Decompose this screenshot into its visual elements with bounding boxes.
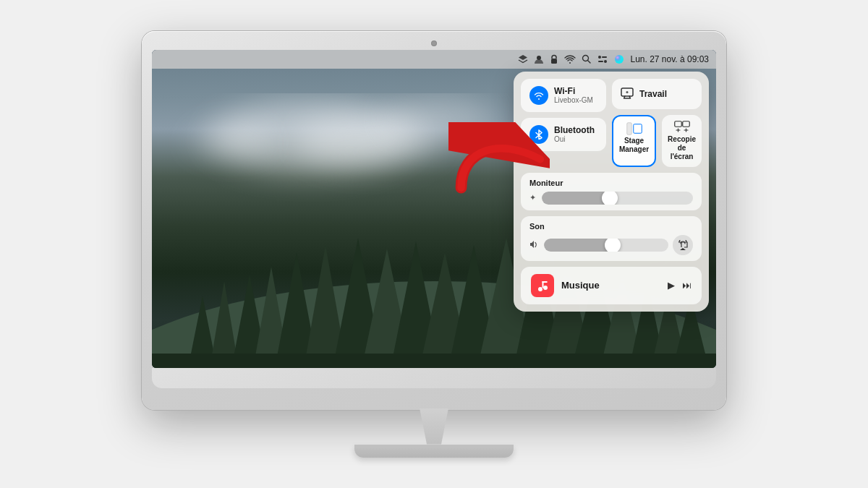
search-icon[interactable] bbox=[582, 54, 591, 64]
wifi-network: Livebox-GM bbox=[554, 96, 593, 104]
lock-icon[interactable] bbox=[550, 54, 558, 64]
music-tile[interactable]: Musique ▶ ⏭ bbox=[521, 267, 702, 304]
music-controls: ▶ ⏭ bbox=[668, 280, 692, 291]
sound-label: Son bbox=[529, 222, 693, 231]
travail-icon bbox=[621, 86, 634, 102]
controlcenter-icon[interactable] bbox=[597, 55, 608, 64]
svg-rect-25 bbox=[602, 56, 607, 58]
stage-recopie-grid: Stage Manager bbox=[612, 115, 702, 167]
svg-point-26 bbox=[604, 60, 607, 63]
menubar-time: Lun. 27 nov. à 09:03 bbox=[630, 54, 709, 64]
camera bbox=[432, 41, 436, 46]
cc-top-grid: Wi-Fi Livebox-GM bbox=[521, 79, 702, 167]
screen-mirror-label: Recopie de l'écran bbox=[668, 135, 696, 161]
screen-mirror-tile[interactable]: Recopie de l'écran bbox=[662, 115, 702, 167]
siri-icon[interactable] bbox=[614, 54, 624, 64]
brightness-low-icon: ✦ bbox=[529, 193, 536, 202]
bluetooth-icon bbox=[529, 125, 548, 144]
travail-tile[interactable]: Travail bbox=[612, 79, 702, 109]
wifi-menubar-icon[interactable] bbox=[564, 55, 576, 64]
svg-point-30 bbox=[626, 91, 628, 93]
imac-screen: Lun. 27 nov. à 09:03 bbox=[152, 50, 716, 368]
music-app-label: Musique bbox=[561, 280, 660, 291]
volume-low-icon bbox=[529, 240, 540, 250]
music-app-icon bbox=[531, 274, 554, 297]
bluetooth-tile[interactable]: Bluetooth Oui bbox=[521, 118, 606, 151]
bluetooth-label: Bluetooth bbox=[554, 125, 595, 135]
svg-rect-33 bbox=[674, 121, 681, 127]
svg-rect-38 bbox=[542, 281, 548, 283]
camera-area bbox=[152, 41, 716, 46]
svg-point-36 bbox=[543, 286, 548, 290]
svg-point-28 bbox=[615, 55, 624, 64]
menubar: Lun. 27 nov. à 09:03 bbox=[152, 50, 716, 69]
wifi-label: Wi-Fi bbox=[554, 86, 593, 96]
forward-button[interactable]: ⏭ bbox=[682, 280, 692, 291]
svg-rect-22 bbox=[551, 59, 557, 64]
control-center-panel: Wi-Fi Livebox-GM bbox=[514, 72, 709, 312]
menubar-right: Lun. 27 nov. à 09:03 bbox=[518, 54, 709, 64]
svg-point-24 bbox=[598, 56, 601, 59]
sound-section: Son bbox=[521, 216, 702, 261]
stage-manager-tile[interactable]: Stage Manager bbox=[612, 115, 656, 167]
bluetooth-info: Bluetooth Oui bbox=[554, 125, 595, 143]
svg-rect-34 bbox=[682, 121, 689, 127]
svg-rect-31 bbox=[626, 122, 631, 134]
wifi-tile-icon bbox=[529, 86, 548, 105]
stage-manager-label: Stage Manager bbox=[619, 137, 649, 154]
svg-rect-32 bbox=[633, 124, 642, 133]
airplay-button[interactable] bbox=[673, 235, 693, 255]
stage-manager-icon bbox=[626, 122, 642, 135]
screen-mirror-icon bbox=[674, 121, 690, 134]
cc-right-col: Travail Stage Manager bbox=[612, 79, 702, 167]
imac-computer: Lun. 27 nov. à 09:03 bbox=[142, 31, 726, 458]
bluetooth-status: Oui bbox=[554, 135, 595, 143]
imac-shell: Lun. 27 nov. à 09:03 bbox=[142, 31, 726, 410]
travail-label: Travail bbox=[639, 89, 667, 99]
cc-left-col: Wi-Fi Livebox-GM bbox=[521, 79, 606, 167]
play-button[interactable]: ▶ bbox=[668, 280, 675, 291]
imac-stand-base bbox=[354, 445, 514, 458]
monitor-label: Moniteur bbox=[529, 179, 693, 187]
svg-point-35 bbox=[538, 287, 542, 291]
imac-stand-neck bbox=[398, 408, 470, 445]
sound-slider[interactable] bbox=[544, 239, 668, 252]
monitor-section: Moniteur ✦ bbox=[521, 173, 702, 210]
user-icon[interactable] bbox=[534, 54, 544, 64]
wifi-tile[interactable]: Wi-Fi Livebox-GM bbox=[521, 79, 606, 112]
imac-chin bbox=[152, 368, 716, 388]
svg-rect-27 bbox=[598, 61, 603, 62]
sound-slider-row bbox=[529, 235, 693, 255]
layers-icon[interactable] bbox=[518, 54, 528, 64]
svg-rect-20 bbox=[152, 354, 716, 368]
brightness-slider-row: ✦ bbox=[529, 192, 693, 205]
wifi-info: Wi-Fi Livebox-GM bbox=[554, 86, 593, 104]
brightness-slider[interactable] bbox=[542, 192, 693, 205]
